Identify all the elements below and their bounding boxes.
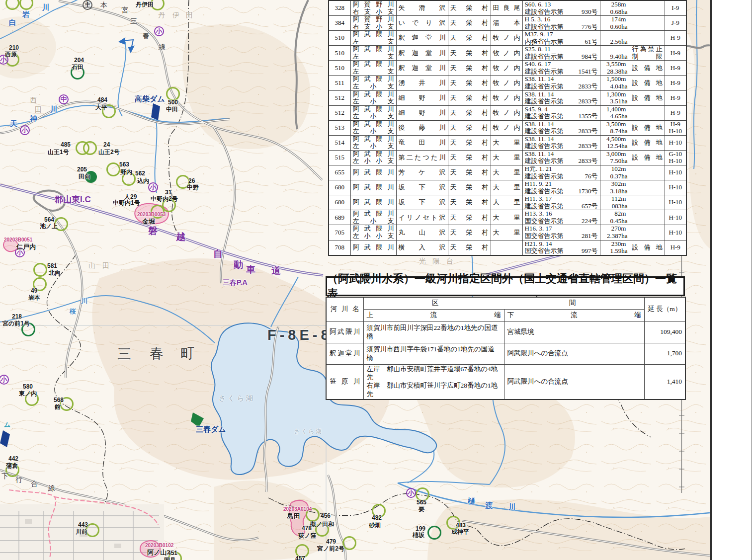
cell-notice: H16. 3. 17国交省告示第281号 xyxy=(522,225,600,240)
cell-river-name: いでり沢 xyxy=(396,16,448,31)
cell-grid-ref: H-10 xyxy=(665,195,686,210)
map-badge-icon: 中 xyxy=(59,94,69,104)
map-label: 郡山東I.C xyxy=(55,194,91,205)
cell-village: 天栄村 xyxy=(448,105,491,120)
cell-river-name: 細野川 xyxy=(396,90,448,105)
cell-number: 511 xyxy=(329,76,350,90)
map-label: 磐 xyxy=(148,225,158,238)
map-label: 西 xyxy=(30,96,37,105)
pond-marker-label: 砂畑 xyxy=(369,521,381,530)
map-label: 陽 xyxy=(432,257,439,266)
cell-river-name: 細野川 xyxy=(396,105,448,120)
cell-remark: 設備地 xyxy=(630,90,665,105)
cell-system: 阿武隈川左小小支 xyxy=(350,150,396,165)
map-label: 20203B0051 xyxy=(4,237,32,242)
pond-marker-label: 500 xyxy=(168,99,178,106)
cell-number: 655 xyxy=(329,165,350,180)
cell-remark xyxy=(630,31,665,46)
map-label: 20203B0053 xyxy=(137,212,166,217)
cell-system: 阿賀野川右支小支 xyxy=(350,16,396,31)
cell-number: 689 xyxy=(329,210,350,225)
cell-system: 阿武隈川左小支 xyxy=(350,210,396,225)
pond-marker-label: 456 xyxy=(321,512,331,519)
pond-marker-label: 宮の前1号 xyxy=(2,320,30,328)
cell-notice: H元. 1. 21建設省告示第76号 xyxy=(522,165,600,180)
pond-marker-label: 館 xyxy=(55,403,61,411)
pond-marker-label: 24 xyxy=(103,141,110,148)
map-label: 伊 xyxy=(172,11,179,20)
cell-river-name: 釈迦堂川 xyxy=(396,46,448,61)
cell-village: 天栄村 xyxy=(448,0,491,16)
header-length: 延 長（m） xyxy=(644,297,685,321)
cell-aza: 大里 xyxy=(491,210,522,225)
river-table-row: 513阿武隈川左小支後藤川天栄村牧ノ内S38. 11. 14建設省告示第2833… xyxy=(329,120,686,135)
pond-marker-icon xyxy=(106,162,120,176)
cell-grid-ref: H-9 xyxy=(665,61,686,76)
map-label: 神 xyxy=(30,114,37,124)
pond-marker-label: 457 xyxy=(295,555,305,560)
map-label: 動 xyxy=(234,258,243,271)
map-badge-icon: 小 xyxy=(406,488,416,498)
cell-notice: H13. 3. 16国交省告示第224号 xyxy=(522,210,600,225)
cell-village: 天栄村 xyxy=(448,240,491,255)
map-label: 合 xyxy=(31,480,38,488)
cell-number: 512 xyxy=(329,105,350,120)
cell-grid-ref: H-9H-10 xyxy=(665,120,686,135)
map-label: 20203A0104 xyxy=(283,506,312,512)
cell-remark xyxy=(630,165,665,180)
map-label: 川 xyxy=(508,502,516,512)
cell-length-area: 1,400m 4.65ha xyxy=(600,105,630,120)
map-badge-icon: 小 xyxy=(154,26,164,36)
river-table-row: 510阿武隈川左支釈迦堂川天栄村牧ノ内S40. 6. 17建設省告示第1541号… xyxy=(329,61,686,76)
map-label: 町 xyxy=(180,344,194,363)
cell-river-name: イリノセト沢 xyxy=(396,210,448,225)
cell-notice: S45. 9. 4建設省告示第1355号 xyxy=(522,105,600,120)
table-subheader-row: 上流端 下流端 xyxy=(326,309,685,321)
cell-river-name: 丸山沢 xyxy=(396,225,448,240)
cell-river-name: 後藤川 xyxy=(396,120,448,135)
river-table-row: 689阿武隈川左小支イリノセト沢天栄村大里H13. 3. 16国交省告示第224… xyxy=(329,210,686,225)
cell-length-area: 4,500m 12.54ha xyxy=(600,135,630,150)
cell-remark: 設備地 xyxy=(630,240,665,255)
pond-marker-label: 581 xyxy=(47,262,57,269)
pond-marker-label: 山王1号 xyxy=(48,148,69,157)
cell-length-area: 3,500m 8.74ha xyxy=(600,120,630,135)
pond-marker-label: 482 xyxy=(372,514,382,521)
cell-aza: 牧ノ内 xyxy=(491,46,522,61)
pond-marker-label: 563 xyxy=(119,161,129,168)
header-river-name: 河川名 xyxy=(326,297,363,321)
cell-aza: 湯本 xyxy=(491,16,522,31)
cell-system: 阿武隈川左支 xyxy=(350,61,396,76)
pond-marker-label: 成神平 xyxy=(451,528,469,536)
pond-marker-label: 565 xyxy=(417,499,426,506)
cell-village: 天栄村 xyxy=(448,16,491,31)
cell-river-name: 笹原川 xyxy=(326,364,363,400)
pond-marker-label: 484 xyxy=(97,96,107,103)
map-label: 道 xyxy=(271,264,281,277)
map-label: 川 xyxy=(81,297,87,306)
map-label: 川 xyxy=(50,105,58,114)
cell-system: 阿武隈川左支 xyxy=(350,31,396,46)
cell-number: 512 xyxy=(329,90,350,105)
map-label: 岩 xyxy=(22,10,30,19)
map-label: 本 xyxy=(100,1,107,10)
cell-length-area: 258m 0.68ha xyxy=(600,0,630,16)
cell-river-name: 湧井川 xyxy=(396,76,448,90)
cell-village: 天栄村 xyxy=(448,150,491,165)
cell-village: 天栄村 xyxy=(448,46,491,61)
cell-aza: 大里 xyxy=(491,195,522,210)
cell-village: 天栄村 xyxy=(448,225,491,240)
cell-notice: H21. 9. 14国交省告示第997号 xyxy=(522,240,600,255)
map-label: 光 xyxy=(419,257,426,266)
cell-remark xyxy=(630,210,665,225)
cell-grid-ref: H-10 xyxy=(665,135,686,150)
cell-grid-ref: J-9 xyxy=(665,16,686,31)
cell-grid-ref: H-9 xyxy=(665,46,686,61)
map-badge-icon: 小 xyxy=(20,125,30,135)
cell-notice: S60. 6. 13建設省告示第930号 xyxy=(522,0,600,16)
pond-marker-label: 田向 xyxy=(79,172,90,181)
river-table-row: 515阿武隈川左小小支第二たつた川天栄村大里S38. 11. 14建設省告示第2… xyxy=(329,150,686,165)
cell-notice: S38. 11. 14建設省告示第2833号 xyxy=(522,76,600,90)
map-label: さくら湖 xyxy=(294,427,323,436)
pond-marker-icon xyxy=(342,536,356,550)
